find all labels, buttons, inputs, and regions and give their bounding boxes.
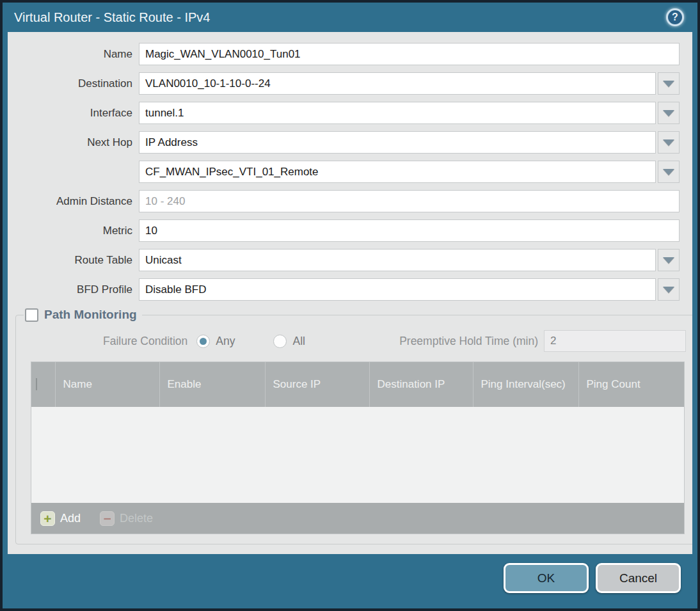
chevron-down-icon bbox=[663, 110, 674, 116]
ok-button[interactable]: OK bbox=[504, 563, 589, 593]
next-hop-type-value: IP Address bbox=[145, 136, 198, 149]
next-hop-type-dropdown-button[interactable] bbox=[658, 131, 680, 154]
route-table-label: Route Table bbox=[8, 254, 139, 267]
form-row-metric: Metric bbox=[8, 219, 680, 242]
interface-label: Interface bbox=[8, 107, 139, 120]
failure-condition-all-label: All bbox=[292, 335, 305, 348]
dialog-title: Virtual Router - Static Route - IPv4 bbox=[14, 10, 210, 25]
radio-dot-icon bbox=[200, 338, 207, 345]
preemptive-hold-time-label: Preemptive Hold Time (min) bbox=[399, 335, 538, 348]
interface-dropdown-button[interactable] bbox=[658, 102, 680, 124]
help-icon[interactable]: ? bbox=[666, 8, 684, 26]
interface-value: tunnel.1 bbox=[145, 107, 184, 120]
form-row-next-hop: Next Hop IP Address bbox=[8, 131, 680, 154]
form-row-bfd-profile: BFD Profile Disable BFD bbox=[8, 278, 680, 301]
chevron-down-icon bbox=[663, 169, 674, 175]
column-header-source-ip[interactable]: Source IP bbox=[265, 362, 369, 407]
select-all-checkbox[interactable] bbox=[36, 377, 37, 391]
destination-label: Destination bbox=[8, 77, 139, 90]
failure-condition-any-radio[interactable] bbox=[196, 335, 210, 348]
failure-condition-any-label: Any bbox=[216, 335, 235, 348]
failure-condition-label: Failure Condition bbox=[103, 335, 187, 348]
destination-combo[interactable]: VLAN0010_10-1-10-0--24 bbox=[139, 72, 656, 95]
column-header-enable[interactable]: Enable bbox=[159, 362, 265, 407]
form-row-name: Name bbox=[8, 43, 680, 65]
column-header-ping-count[interactable]: Ping Count bbox=[578, 362, 684, 407]
admin-distance-label: Admin Distance bbox=[8, 195, 139, 208]
column-header-ping-interval[interactable]: Ping Interval(sec) bbox=[473, 362, 578, 407]
delete-button[interactable]: − Delete bbox=[100, 511, 153, 526]
table-header-row: Name Enable Source IP Destination IP Pin… bbox=[31, 362, 684, 407]
static-route-dialog: Virtual Router - Static Route - IPv4 ? N… bbox=[0, 0, 700, 611]
table-empty-body bbox=[31, 407, 684, 503]
path-monitoring-table: Name Enable Source IP Destination IP Pin… bbox=[31, 361, 685, 534]
delete-button-label: Delete bbox=[120, 512, 153, 525]
bfd-profile-value: Disable BFD bbox=[145, 283, 206, 296]
next-hop-type-combo[interactable]: IP Address bbox=[139, 131, 656, 154]
add-plus-icon: + bbox=[40, 511, 55, 526]
failure-condition-row: Failure Condition Any All Preemptive Hol… bbox=[24, 326, 691, 356]
bfd-profile-dropdown-button[interactable] bbox=[658, 278, 680, 301]
dialog-titlebar: Virtual Router - Static Route - IPv4 ? bbox=[3, 3, 697, 32]
next-hop-address-combo[interactable]: CF_MWAN_IPsec_VTI_01_Remote bbox=[139, 161, 656, 183]
next-hop-address-value: CF_MWAN_IPsec_VTI_01_Remote bbox=[145, 166, 319, 179]
destination-value: VLAN0010_10-1-10-0--24 bbox=[145, 77, 271, 90]
dialog-footer: OK Cancel bbox=[3, 554, 697, 608]
admin-distance-input[interactable] bbox=[139, 190, 680, 212]
path-monitoring-section: Path Monitoring Failure Condition Any Al… bbox=[15, 308, 692, 544]
route-table-combo[interactable]: Unicast bbox=[139, 249, 656, 271]
route-table-value: Unicast bbox=[145, 254, 182, 267]
add-button[interactable]: + Add bbox=[40, 511, 81, 526]
form-row-destination: Destination VLAN0010_10-1-10-0--24 bbox=[8, 72, 680, 95]
name-input[interactable] bbox=[139, 43, 680, 65]
interface-combo[interactable]: tunnel.1 bbox=[139, 102, 656, 124]
preemptive-hold-time-input[interactable] bbox=[544, 330, 686, 352]
bfd-profile-combo[interactable]: Disable BFD bbox=[139, 278, 656, 301]
path-monitoring-checkbox[interactable] bbox=[25, 308, 38, 322]
form-row-route-table: Route Table Unicast bbox=[8, 249, 680, 271]
cancel-button[interactable]: Cancel bbox=[596, 563, 681, 593]
column-header-destination-ip[interactable]: Destination IP bbox=[369, 362, 473, 407]
chevron-down-icon bbox=[663, 139, 674, 146]
form-row-next-hop-address: CF_MWAN_IPsec_VTI_01_Remote bbox=[8, 161, 680, 183]
route-table-dropdown-button[interactable] bbox=[658, 249, 680, 271]
next-hop-label: Next Hop bbox=[8, 136, 139, 149]
add-button-label: Add bbox=[60, 512, 81, 525]
bfd-profile-label: BFD Profile bbox=[8, 283, 139, 296]
destination-dropdown-button[interactable] bbox=[658, 72, 680, 95]
next-hop-address-dropdown-button[interactable] bbox=[658, 161, 680, 183]
metric-input[interactable] bbox=[139, 219, 680, 242]
chevron-down-icon bbox=[663, 81, 674, 87]
delete-minus-icon: − bbox=[100, 511, 115, 526]
name-label: Name bbox=[8, 48, 139, 61]
form-row-admin-distance: Admin Distance bbox=[8, 190, 680, 212]
form-row-interface: Interface tunnel.1 bbox=[8, 102, 680, 124]
metric-label: Metric bbox=[8, 225, 139, 237]
failure-condition-all-radio[interactable] bbox=[273, 335, 287, 348]
dialog-content: Name Destination VLAN0010_10-1-10-0--24 … bbox=[8, 32, 692, 554]
chevron-down-icon bbox=[663, 257, 674, 264]
path-monitoring-title: Path Monitoring bbox=[44, 308, 137, 322]
path-monitoring-legend: Path Monitoring bbox=[24, 308, 142, 322]
table-footer-bar: + Add − Delete bbox=[31, 503, 684, 534]
column-header-name[interactable]: Name bbox=[55, 362, 159, 407]
chevron-down-icon bbox=[663, 287, 674, 293]
